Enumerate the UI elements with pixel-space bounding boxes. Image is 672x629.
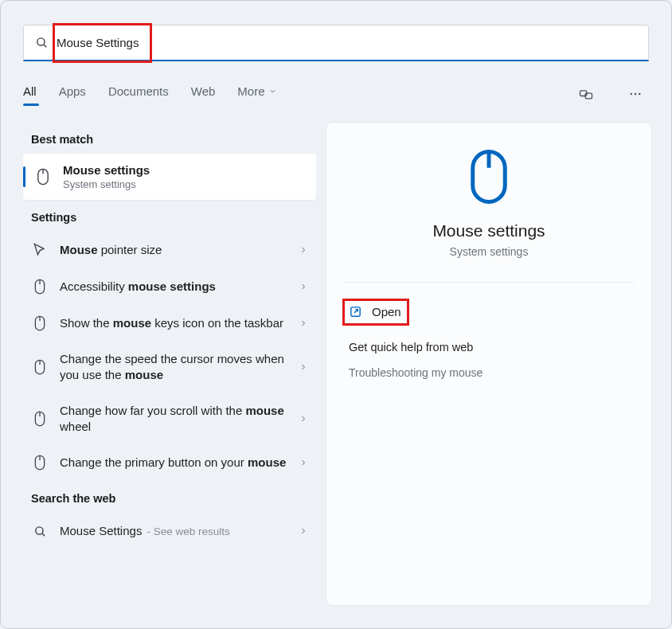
detail-title: Mouse settings [432, 221, 545, 240]
result-text: Show the mouse keys icon on the taskbar [60, 315, 287, 331]
chat-panel-button[interactable] [572, 80, 600, 107]
svg-point-5 [635, 93, 636, 95]
section-best-match: Best match [31, 133, 316, 146]
open-action[interactable]: Open [344, 297, 634, 326]
tab-more-label: More [237, 84, 264, 98]
settings-result[interactable]: Show the mouse keys icon on the taskbar [23, 305, 316, 342]
search-bar[interactable] [23, 25, 649, 61]
svg-point-4 [631, 93, 632, 95]
ellipsis-icon [628, 87, 643, 101]
search-input[interactable] [57, 36, 637, 49]
mouse-icon [31, 278, 49, 295]
svg-point-19 [35, 526, 42, 533]
mouse-icon [31, 454, 49, 471]
section-search-web: Search the web [31, 492, 316, 505]
results-column: Best match Mouse settings System setting… [1, 122, 316, 606]
detail-card: Mouse settings System settings Open Get … [326, 122, 652, 606]
mouse-icon [34, 168, 52, 186]
svg-point-0 [37, 38, 45, 45]
detail-column: Mouse settings System settings Open Get … [316, 122, 671, 606]
best-match-subtitle: System settings [63, 178, 150, 190]
open-label: Open [372, 305, 401, 318]
chevron-right-icon [299, 282, 308, 291]
settings-result[interactable]: Change the speed the cursor moves when y… [23, 342, 316, 393]
search-window: All Apps Documents Web More Best match [0, 0, 672, 629]
svg-line-20 [41, 533, 44, 535]
best-match-result[interactable]: Mouse settings System settings [23, 154, 316, 200]
help-header: Get quick help from web [349, 341, 629, 354]
settings-result[interactable]: Change how far you scroll with the mouse… [23, 393, 316, 445]
tab-more[interactable]: More [237, 84, 276, 104]
search-icon [31, 522, 49, 540]
result-text: Change the speed the cursor moves when y… [60, 351, 287, 384]
filter-tabs: All Apps Documents Web More [23, 80, 649, 107]
best-match-title: Mouse settings [63, 163, 150, 177]
chevron-down-icon [268, 87, 277, 96]
detail-subtitle: System settings [450, 245, 529, 258]
result-text: Accessibility mouse settings [60, 279, 287, 295]
chevron-right-icon [299, 414, 308, 424]
result-text: Mouse Settings- See web results [60, 523, 287, 539]
more-options-button[interactable] [622, 80, 649, 107]
settings-result[interactable]: Mouse pointer size [23, 232, 316, 268]
chevron-right-icon [299, 362, 308, 372]
tab-documents[interactable]: Documents [108, 84, 169, 104]
chevron-right-icon [299, 318, 308, 328]
result-text: Mouse pointer size [60, 242, 287, 258]
help-link[interactable]: Troubleshooting my mouse [344, 361, 634, 384]
mouse-icon [31, 410, 49, 428]
tab-all[interactable]: All [23, 84, 37, 104]
chat-icon [578, 86, 594, 102]
settings-result[interactable]: Change the primary button on your mouse [23, 444, 316, 481]
divider [344, 282, 634, 283]
svg-point-6 [639, 93, 640, 95]
mouse-icon [31, 358, 49, 376]
result-text: Change the primary button on your mouse [60, 455, 287, 471]
result-text: Change how far you scroll with the mouse… [60, 403, 287, 436]
chevron-right-icon [299, 458, 308, 467]
cursor-icon [31, 241, 49, 259]
chevron-right-icon [299, 526, 308, 536]
section-settings: Settings [31, 211, 316, 224]
tab-web[interactable]: Web [191, 84, 216, 104]
mouse-large-icon [465, 148, 513, 205]
chevron-right-icon [299, 245, 308, 255]
svg-line-1 [44, 45, 46, 47]
open-external-icon [349, 305, 362, 318]
tab-apps[interactable]: Apps [59, 84, 86, 104]
settings-result[interactable]: Accessibility mouse settings [23, 268, 316, 305]
mouse-icon [31, 314, 49, 332]
search-icon [35, 36, 49, 49]
web-result[interactable]: Mouse Settings- See web results [23, 513, 316, 549]
